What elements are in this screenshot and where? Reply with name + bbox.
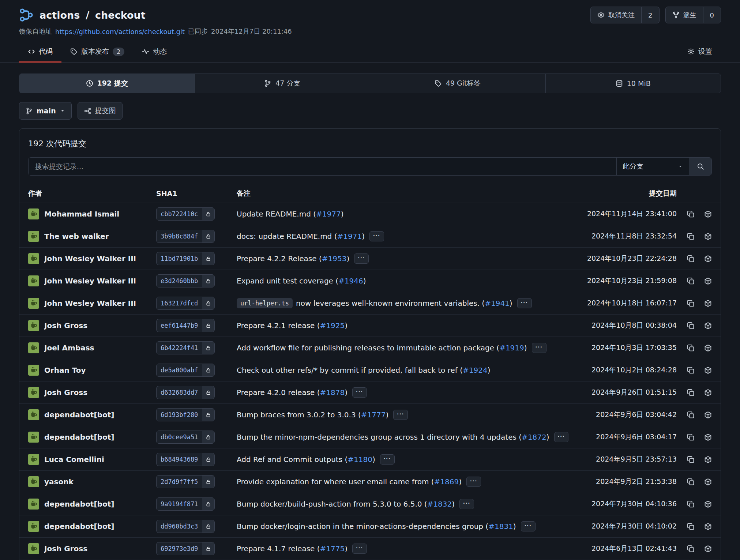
browse-source-button[interactable] — [704, 478, 712, 486]
sha-badge[interactable]: 11bd71901b — [156, 252, 215, 265]
fork-button[interactable]: 派生 0 — [665, 7, 721, 23]
browse-source-button[interactable] — [704, 322, 712, 330]
browse-source-button[interactable] — [704, 210, 712, 218]
sha-badge[interactable]: 9a9194f871 — [156, 497, 215, 511]
commit-graph-button[interactable]: 提交图 — [78, 102, 123, 120]
copy-sha-button[interactable] — [687, 545, 695, 553]
stat-size[interactable]: 10 MiB — [545, 74, 721, 93]
copy-sha-button[interactable] — [687, 433, 695, 441]
branch-scope-dropdown[interactable]: 此分支 — [616, 158, 689, 175]
browse-source-button[interactable] — [704, 389, 712, 396]
avatar[interactable] — [28, 521, 39, 532]
sha-badge[interactable]: b684943689 — [156, 453, 215, 466]
avatar[interactable] — [28, 543, 39, 554]
author-name[interactable]: Josh Gross — [44, 388, 87, 397]
author-name[interactable]: dependabot[bot] — [44, 433, 114, 441]
copy-sha-button[interactable] — [687, 523, 695, 530]
browse-source-button[interactable] — [704, 300, 712, 307]
author-name[interactable]: The web walker — [44, 232, 109, 241]
commit-search-input[interactable] — [29, 158, 616, 175]
avatar[interactable] — [28, 231, 39, 242]
watch-count[interactable]: 2 — [641, 7, 659, 23]
sha-badge[interactable]: 6d193bf280 — [156, 408, 215, 421]
author-name[interactable]: Mohammad Ismail — [44, 210, 119, 218]
expand-message-button[interactable]: ··· — [352, 544, 367, 553]
author-name[interactable]: Josh Gross — [44, 321, 87, 330]
copy-sha-button[interactable] — [687, 389, 695, 396]
pr-link[interactable]: #1953 — [322, 254, 347, 263]
browse-source-button[interactable] — [704, 411, 712, 419]
sha-badge[interactable]: 3b9b8c884f — [156, 230, 215, 243]
expand-message-button[interactable]: ··· — [554, 432, 569, 442]
tab-code[interactable]: 代码 — [19, 41, 61, 62]
tab-settings[interactable]: 设置 — [679, 41, 721, 62]
stat-tags[interactable]: 49 Git标签 — [370, 74, 545, 93]
avatar[interactable] — [28, 208, 39, 219]
author-name[interactable]: Josh Gross — [44, 544, 87, 553]
avatar[interactable] — [28, 365, 39, 376]
author-name[interactable]: dependabot[bot] — [44, 500, 114, 508]
pr-link[interactable]: #1872 — [522, 433, 546, 441]
author-name[interactable]: Joel Ambass — [44, 343, 94, 352]
expand-message-button[interactable]: ··· — [352, 387, 367, 397]
expand-message-button[interactable]: ··· — [459, 499, 474, 509]
author-name[interactable]: John Wesley Walker III — [44, 277, 136, 285]
author-name[interactable]: dependabot[bot] — [44, 410, 114, 419]
sha-badge[interactable]: de5a000abf — [156, 364, 215, 377]
pr-link[interactable]: #1946 — [338, 277, 363, 285]
expand-message-button[interactable]: ··· — [393, 410, 408, 420]
browse-source-button[interactable] — [704, 367, 712, 374]
pr-link[interactable]: #1924 — [463, 366, 488, 375]
avatar[interactable] — [28, 409, 39, 420]
sha-badge[interactable]: eef61447b9 — [156, 319, 215, 332]
browse-source-button[interactable] — [704, 233, 712, 240]
pr-link[interactable]: #1878 — [320, 388, 345, 397]
copy-sha-button[interactable] — [687, 478, 695, 486]
browse-source-button[interactable] — [704, 277, 712, 285]
sha-badge[interactable]: cbb722410c — [156, 207, 215, 221]
pr-link[interactable]: #1832 — [427, 500, 452, 508]
mirror-url-link[interactable]: https://github.com/actions/checkout.git — [55, 28, 185, 35]
stat-branches[interactable]: 47 分支 — [195, 74, 370, 93]
avatar[interactable] — [28, 298, 39, 309]
browse-source-button[interactable] — [704, 456, 712, 463]
author-name[interactable]: Luca Comellini — [44, 455, 104, 464]
browse-source-button[interactable] — [704, 344, 712, 352]
expand-message-button[interactable]: ··· — [354, 253, 369, 263]
expand-message-button[interactable]: ··· — [532, 343, 546, 353]
pr-link[interactable]: #1777 — [361, 410, 386, 419]
repo-name-link[interactable]: checkout — [95, 10, 145, 21]
avatar[interactable] — [28, 320, 39, 331]
expand-message-button[interactable]: ··· — [380, 454, 395, 464]
sha-badge[interactable]: 6b42224f41 — [156, 341, 215, 354]
stat-commits[interactable]: 192 提交 — [19, 74, 195, 93]
sha-badge[interactable]: d632683dd7 — [156, 386, 215, 399]
pr-link[interactable]: #1180 — [348, 455, 372, 464]
avatar[interactable] — [28, 275, 39, 286]
pr-link[interactable]: #1775 — [320, 544, 345, 553]
tab-releases[interactable]: 版本发布 2 — [61, 41, 133, 62]
pr-link[interactable]: #1971 — [337, 232, 362, 241]
pr-link[interactable]: #1919 — [499, 343, 524, 352]
sha-badge[interactable]: db0cee9a51 — [156, 431, 215, 444]
expand-message-button[interactable]: ··· — [521, 521, 536, 531]
author-name[interactable]: Orhan Toy — [44, 366, 86, 375]
pr-link[interactable]: #1925 — [320, 321, 345, 330]
copy-sha-button[interactable] — [687, 300, 695, 307]
expand-message-button[interactable]: ··· — [369, 231, 384, 241]
avatar[interactable] — [28, 499, 39, 510]
browse-source-button[interactable] — [704, 255, 712, 263]
pr-link[interactable]: #1941 — [485, 299, 510, 308]
pr-link[interactable]: #1869 — [434, 477, 459, 486]
pr-link[interactable]: #1831 — [488, 522, 513, 531]
tab-activity[interactable]: 动态 — [133, 41, 176, 62]
author-name[interactable]: John Wesley Walker III — [44, 299, 136, 308]
copy-sha-button[interactable] — [687, 233, 695, 240]
author-name[interactable]: John Wesley Walker III — [44, 254, 136, 263]
sha-badge[interactable]: 692973e3d9 — [156, 542, 215, 555]
avatar[interactable] — [28, 432, 39, 443]
copy-sha-button[interactable] — [687, 456, 695, 463]
avatar[interactable] — [28, 476, 39, 487]
sha-badge[interactable]: 163217dfcd — [156, 297, 215, 310]
copy-sha-button[interactable] — [687, 255, 695, 263]
